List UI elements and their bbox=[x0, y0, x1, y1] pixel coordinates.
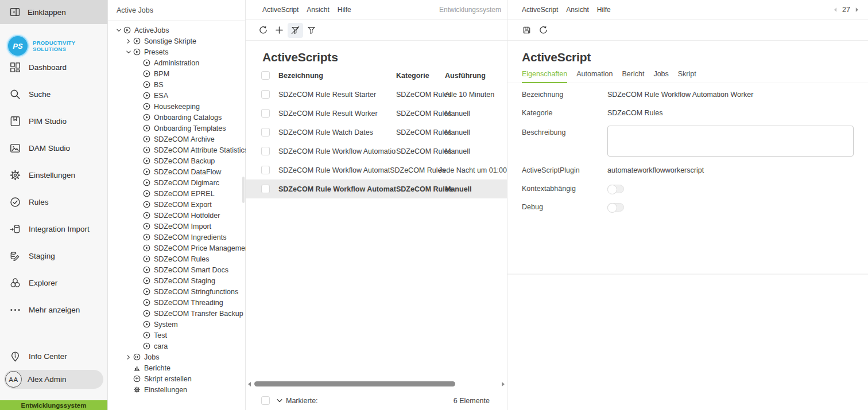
tree-node-presets[interactable]: Presets bbox=[108, 46, 245, 57]
beschreibung-textarea[interactable] bbox=[607, 126, 854, 157]
row-checkbox[interactable] bbox=[261, 90, 270, 99]
tree-chevron[interactable] bbox=[126, 376, 131, 382]
tree-node-skript-erstellen[interactable]: Skript erstellen bbox=[108, 373, 245, 384]
previous-page-icon[interactable] bbox=[833, 7, 838, 13]
tree-chevron[interactable] bbox=[126, 387, 131, 393]
chevron-down-icon[interactable] bbox=[276, 397, 283, 404]
tree-chevron[interactable] bbox=[135, 147, 141, 153]
scroll-left-icon[interactable] bbox=[248, 382, 251, 386]
tree-chevron[interactable] bbox=[135, 289, 141, 295]
menu-item-ansicht[interactable]: Ansicht bbox=[307, 6, 329, 14]
tree-node-bs[interactable]: BS bbox=[108, 79, 245, 90]
sidebar-item-info-center[interactable]: Info Center bbox=[0, 343, 107, 370]
tree-chevron[interactable] bbox=[135, 235, 141, 240]
toolbar-button-save[interactable] bbox=[519, 23, 534, 38]
tab-bericht[interactable]: Bericht bbox=[622, 70, 644, 83]
tree-node-onboarding-templates[interactable]: Onboarding Templates bbox=[108, 123, 245, 134]
tree-node-sdzecom-digimarc[interactable]: SDZeCOM Digimarc bbox=[108, 177, 245, 188]
table-row-sdzecom-rule-result-starter[interactable]: SDZeCOM Rule Result Starter SDZeCOM Rule… bbox=[246, 85, 507, 104]
tree-node-sdzecom-smart-docs[interactable]: SDZeCOM Smart Docs bbox=[108, 264, 245, 275]
sidebar-item-staging[interactable]: Staging bbox=[0, 243, 107, 270]
tree-chevron[interactable] bbox=[135, 104, 141, 110]
user-menu[interactable]: AA Alex Admin bbox=[4, 370, 103, 389]
sidebar-item-mehr-anzeigen[interactable]: Mehr anzeigen bbox=[0, 296, 107, 323]
menu-item-activescript[interactable]: ActiveScript bbox=[262, 6, 299, 14]
tree-node-sdzecom-transfer-backup[interactable]: SDZeCOM Transfer Backup bbox=[108, 308, 245, 319]
tree-chevron[interactable] bbox=[135, 126, 141, 131]
tree-node-sdzecom-export[interactable]: SDZeCOM Export bbox=[108, 199, 245, 210]
tree-chevron[interactable] bbox=[135, 82, 141, 88]
menu-item-hilfe[interactable]: Hilfe bbox=[597, 6, 611, 14]
table-row-sdzecom-rule-result-worker[interactable]: SDZeCOM Rule Result Worker SDZeCOM Rules… bbox=[246, 104, 507, 123]
next-page-icon[interactable] bbox=[855, 7, 859, 13]
tree-chevron[interactable] bbox=[135, 256, 141, 262]
tab-automation[interactable]: Automation bbox=[576, 70, 613, 83]
tree-node-sdzecom-staging[interactable]: SDZeCOM Staging bbox=[108, 275, 245, 286]
toolbar-button-refresh[interactable] bbox=[255, 23, 271, 38]
tree-node-sdzecom-price-management[interactable]: SDZeCOM Price Management bbox=[108, 243, 245, 253]
tree-chevron[interactable] bbox=[135, 278, 141, 284]
marked-checkbox[interactable] bbox=[261, 396, 270, 405]
tree-node-sdzecom-rules[interactable]: SDZeCOM Rules bbox=[108, 253, 245, 264]
tree-node-bpm[interactable]: BPM bbox=[108, 68, 245, 79]
scroll-right-icon[interactable] bbox=[502, 382, 505, 386]
tree-node-einstellungen[interactable]: Einstellungen bbox=[108, 384, 245, 395]
horizontal-scrollbar[interactable] bbox=[246, 381, 507, 387]
tree-chevron[interactable] bbox=[135, 245, 141, 251]
row-checkbox[interactable] bbox=[261, 185, 270, 193]
tree-chevron[interactable] bbox=[135, 71, 141, 77]
sidebar-item-integration-import[interactable]: Integration Import bbox=[0, 216, 107, 243]
tree-node-sdzecom-attribute-statistics[interactable]: SDZeCOM Attribute Statistics bbox=[108, 145, 245, 155]
scrollbar-thumb[interactable] bbox=[242, 177, 245, 203]
table-row-sdzecom-rule-workflow-automation-worker[interactable]: SDZeCOM Rule Workflow Automation Worker … bbox=[246, 179, 507, 198]
sidebar-item-dashboard[interactable]: Dashboard bbox=[0, 54, 107, 81]
tree-node-cara[interactable]: cara bbox=[108, 341, 245, 352]
sidebar-item-pim-studio[interactable]: PIM Studio bbox=[0, 108, 107, 135]
sidebar-item-explorer[interactable]: Explorer bbox=[0, 270, 107, 296]
tree-node-berichte[interactable]: Berichte bbox=[108, 362, 245, 373]
tree-node-sdzecom-threading[interactable]: SDZeCOM Threading bbox=[108, 297, 245, 308]
sidebar-item-dam-studio[interactable]: DAM Studio bbox=[0, 135, 107, 162]
sidebar-item-rules[interactable]: Rules bbox=[0, 189, 107, 216]
tab-jobs[interactable]: Jobs bbox=[653, 70, 668, 83]
menu-item-activescript[interactable]: ActiveScript bbox=[522, 6, 558, 14]
sidebar-item-suche[interactable]: Suche bbox=[0, 81, 107, 108]
chevron-right-icon[interactable] bbox=[126, 38, 131, 44]
tree-chevron[interactable] bbox=[135, 267, 141, 273]
kontextabhaengig-toggle[interactable] bbox=[607, 185, 624, 193]
column-header-bezeichnung[interactable]: Bezeichnung bbox=[278, 72, 396, 80]
select-all-checkbox[interactable] bbox=[261, 71, 270, 80]
tree-node-sdzecom-dataflow[interactable]: SDZeCOM DataFlow bbox=[108, 166, 245, 177]
debug-toggle[interactable] bbox=[607, 203, 624, 212]
tree-node-sdzecom-stringfunctions[interactable]: SDZeCOM Stringfunctions bbox=[108, 286, 245, 297]
tree-chevron[interactable] bbox=[135, 224, 141, 229]
tree-node-sdzecom-eprel[interactable]: SDZeCOM EPREL bbox=[108, 188, 245, 199]
tree-node-administration[interactable]: Administration bbox=[108, 57, 245, 68]
table-row-sdzecom-rule-watch-dates[interactable]: SDZeCOM Rule Watch Dates SDZeCOM Rules M… bbox=[246, 123, 507, 142]
tab-skript[interactable]: Skript bbox=[678, 70, 696, 83]
tree-chevron[interactable] bbox=[135, 180, 141, 186]
tree-node-system[interactable]: System bbox=[108, 319, 245, 330]
row-checkbox[interactable] bbox=[261, 147, 270, 155]
tree-chevron[interactable] bbox=[135, 311, 141, 317]
tree-node-sdzecom-ingredients[interactable]: SDZeCOM Ingredients bbox=[108, 232, 245, 243]
column-header-ausfuehrung[interactable]: Ausführung bbox=[445, 72, 507, 80]
tree-chevron[interactable] bbox=[135, 343, 141, 349]
table-row-sdzecom-rule-workflow-automation-by-d[interactable]: SDZeCOM Rule Workflow Automation by d...… bbox=[246, 142, 507, 161]
scrollbar-thumb[interactable] bbox=[254, 381, 455, 386]
tree-node-esa[interactable]: ESA bbox=[108, 90, 245, 101]
tree-chevron[interactable] bbox=[135, 93, 141, 99]
tree-chevron[interactable] bbox=[126, 365, 131, 371]
tree-node-housekeeping[interactable]: Housekeeping bbox=[108, 101, 245, 112]
chevron-down-icon[interactable] bbox=[116, 28, 122, 33]
menu-item-hilfe[interactable]: Hilfe bbox=[338, 6, 351, 14]
tree-node-sdzecom-backup[interactable]: SDZeCOM Backup bbox=[108, 155, 245, 166]
toolbar-button-add-plus[interactable] bbox=[272, 23, 287, 38]
tree-node-sdzecom-hotfolder[interactable]: SDZeCOM Hotfolder bbox=[108, 210, 245, 221]
tab-eigenschaften[interactable]: Eigenschaften bbox=[522, 70, 567, 83]
tree-chevron[interactable] bbox=[135, 115, 141, 120]
tree-node-jobs[interactable]: Jobs bbox=[108, 352, 245, 362]
menu-item-ansicht[interactable]: Ansicht bbox=[566, 6, 588, 14]
row-checkbox[interactable] bbox=[261, 166, 270, 174]
tree-node-sonstige-skripte[interactable]: Sonstige Skripte bbox=[108, 36, 245, 46]
